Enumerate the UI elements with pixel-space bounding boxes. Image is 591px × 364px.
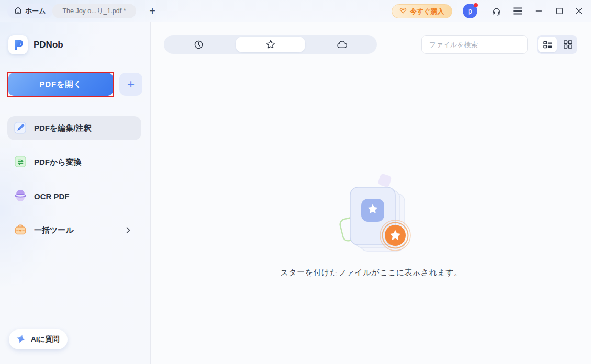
add-file-button[interactable]: + <box>119 73 142 96</box>
close-button[interactable] <box>573 5 585 17</box>
document-tab[interactable]: The Joy o...り_1.pdf * <box>52 4 136 18</box>
buy-now-button[interactable]: 今すぐ購入 <box>392 4 452 18</box>
home-tab[interactable]: ホーム <box>7 4 53 18</box>
ask-ai-label: AIに質問 <box>31 335 59 344</box>
titlebar: ホーム The Joy o...り_1.pdf * + 今すぐ購入 p <box>0 0 591 22</box>
new-tab-button[interactable]: + <box>146 4 159 18</box>
maximize-button[interactable] <box>553 5 566 17</box>
file-filter-tabs <box>164 35 377 54</box>
starred-files-illustration <box>321 169 421 255</box>
home-icon <box>14 6 22 16</box>
list-view-icon <box>543 41 552 49</box>
gem-icon <box>399 7 407 16</box>
sidebar-item-label: OCR PDF <box>34 192 70 201</box>
search-input[interactable] <box>422 41 527 49</box>
sidebar-item-ocr-pdf[interactable]: OCR PDF <box>7 184 141 208</box>
grid-view-button[interactable] <box>559 35 577 54</box>
hamburger-icon <box>513 7 522 15</box>
convert-icon <box>14 155 27 170</box>
sidebar: PDNob PDFを開く + PDFを編集/注釈 PDFから変換 <box>0 22 151 364</box>
avatar-initial: p <box>468 7 472 15</box>
buy-now-label: 今すぐ購入 <box>410 7 444 16</box>
edit-icon <box>14 121 27 136</box>
tab-cloud-files[interactable] <box>307 35 377 54</box>
close-icon <box>575 7 583 15</box>
star-icon <box>265 39 276 50</box>
app-logo-icon <box>8 35 28 54</box>
minimize-button[interactable] <box>532 5 545 17</box>
ocr-icon <box>14 189 27 204</box>
home-tab-label: ホーム <box>25 6 46 16</box>
empty-state: スターを付けたファイルがここに表示されます。 <box>151 169 591 278</box>
support-headset-button[interactable] <box>490 5 503 17</box>
tab-recent-files[interactable] <box>164 35 234 54</box>
minimize-icon <box>535 7 542 15</box>
cloud-icon <box>337 40 348 49</box>
plus-icon: + <box>149 5 155 17</box>
open-pdf-row: PDFを開く + <box>7 72 142 97</box>
sidebar-item-edit-annotate-pdf[interactable]: PDFを編集/注釈 <box>7 116 141 140</box>
ask-ai-button[interactable]: AIに質問 <box>9 329 68 349</box>
batch-tools-icon <box>14 223 27 238</box>
avatar[interactable]: p <box>463 4 477 18</box>
file-search <box>421 35 528 54</box>
document-tab-label: The Joy o...り_1.pdf * <box>62 7 126 16</box>
sidebar-menu: PDFを編集/注釈 PDFから変換 OCR PDF 一括ツール <box>7 116 141 252</box>
headset-icon <box>492 6 501 16</box>
main-panel: スターを付けたファイルがここに表示されます。 <box>151 22 591 364</box>
sidebar-item-label: PDFから変換 <box>34 157 82 167</box>
sidebar-item-label: 一括ツール <box>34 225 74 235</box>
sidebar-item-batch-tools[interactable]: 一括ツール <box>7 218 141 242</box>
empty-state-message: スターを付けたファイルがここに表示されます。 <box>151 268 591 278</box>
view-mode-toggle <box>537 35 577 54</box>
plus-icon: + <box>127 77 135 92</box>
ai-sparkle-icon <box>15 333 27 346</box>
app-logo-row: PDNob <box>8 35 63 54</box>
list-view-button[interactable] <box>538 37 557 52</box>
app-window: ホーム The Joy o...り_1.pdf * + 今すぐ購入 p <box>0 0 591 364</box>
sidebar-item-label: PDFを編集/注釈 <box>34 123 92 133</box>
sidebar-item-convert-from-pdf[interactable]: PDFから変換 <box>7 150 141 174</box>
notification-dot <box>474 3 478 7</box>
grid-view-icon <box>564 40 572 49</box>
maximize-icon <box>556 7 563 15</box>
chevron-right-icon <box>125 226 132 234</box>
main-menu-button[interactable] <box>511 5 524 17</box>
annotation-highlight-box: PDFを開く <box>7 72 114 97</box>
open-pdf-button[interactable]: PDFを開く <box>8 73 113 96</box>
clock-icon <box>194 40 204 50</box>
app-name: PDNob <box>34 40 63 50</box>
tab-starred-files[interactable] <box>236 37 306 52</box>
